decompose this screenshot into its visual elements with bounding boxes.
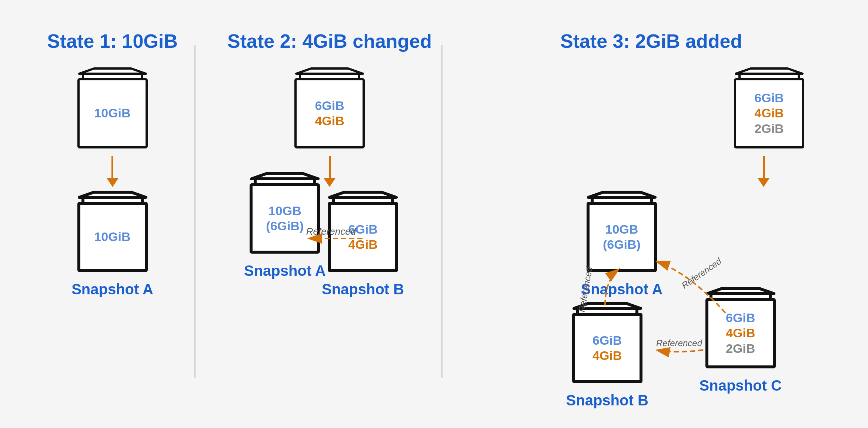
state1-top-bucket: 10GiB bbox=[72, 67, 153, 152]
state3-title: State 3: 2GiB added bbox=[560, 30, 742, 52]
svg-text:Referenced: Referenced bbox=[576, 265, 594, 313]
arrow-head bbox=[107, 178, 118, 187]
arrow-head-3 bbox=[758, 178, 769, 187]
bucket-icon-2: 6GiB 4GiB bbox=[291, 67, 368, 152]
svg-marker-7 bbox=[330, 192, 396, 197]
bucket-icon-snap: 10GiB bbox=[74, 191, 151, 276]
state1-title: State 1: 10GiB bbox=[47, 30, 178, 52]
section-state2: State 2: 4GiB changed 6GiB 4GiB bbox=[196, 30, 441, 298]
bucket2-line-1: 6GiB bbox=[315, 99, 344, 113]
svg-text:Referenced: Referenced bbox=[306, 226, 357, 237]
bucket3-line-3: 2GiB bbox=[754, 122, 784, 136]
section-state1: State 1: 10GiB 10GiB bbox=[30, 30, 194, 298]
svg-marker-14 bbox=[736, 68, 802, 74]
state3-bottom: 10GB (6GiB) Snapshot A 6GiB 4GiB bbox=[507, 191, 796, 398]
snap-a2-line-1: 10GB bbox=[268, 204, 301, 218]
bucket-line-1: 10GiB bbox=[94, 106, 130, 120]
svg-marker-9 bbox=[251, 174, 318, 179]
svg-marker-1 bbox=[79, 68, 146, 74]
bucket-body: 10GiB bbox=[77, 78, 148, 148]
arrow-down-3 bbox=[752, 156, 775, 187]
svg-marker-5 bbox=[296, 68, 363, 74]
state2-top-bucket: 6GiB 4GiB bbox=[289, 67, 370, 152]
dashed-arrow-2: Referenced bbox=[300, 227, 374, 250]
svg-text:Referenced: Referenced bbox=[680, 256, 723, 291]
bucket3-line-2: 4GiB bbox=[754, 106, 784, 120]
bucket-body-2: 6GiB 4GiB bbox=[294, 78, 365, 148]
svg-text:Referenced: Referenced bbox=[656, 338, 702, 348]
snapshot-a-label-1: Snapshot A bbox=[71, 281, 153, 298]
snap-a2-line-2: (6GiB) bbox=[266, 219, 304, 233]
svg-marker-3 bbox=[79, 192, 146, 197]
dashed-arrows-3: Referenced Referenced Referenced bbox=[507, 191, 796, 398]
bucket2-line-2: 4GiB bbox=[315, 114, 344, 128]
bucket-icon-3: 6GiB 4GiB 2GiB bbox=[730, 67, 808, 152]
section-state3: State 3: 2GiB added 6GiB 4GiB 2GiB bbox=[443, 30, 838, 398]
state1-snapshot-bucket: 10GiB Snapshot A bbox=[72, 191, 153, 298]
arrow-line-3 bbox=[763, 156, 765, 178]
snap-line-1: 10GiB bbox=[94, 230, 130, 244]
state2-title: State 2: 4GiB changed bbox=[227, 30, 432, 52]
snapshot-a2-label: Snapshot A bbox=[244, 263, 326, 279]
state3-top-bucket: 6GiB 4GiB 2GiB bbox=[730, 67, 808, 152]
arrow-line bbox=[111, 156, 113, 178]
bucket-body-3: 6GiB 4GiB 2GiB bbox=[734, 78, 804, 148]
arrow-line-2 bbox=[329, 156, 331, 178]
snapshot-b-label: Snapshot B bbox=[322, 281, 404, 298]
bucket-icon: 10GiB bbox=[74, 67, 151, 152]
bucket-body-snap: 10GiB bbox=[77, 202, 148, 272]
bucket3-line-1: 6GiB bbox=[754, 91, 784, 105]
arrow-down-1 bbox=[101, 156, 124, 187]
diagram: State 1: 10GiB 10GiB bbox=[8, 15, 860, 413]
